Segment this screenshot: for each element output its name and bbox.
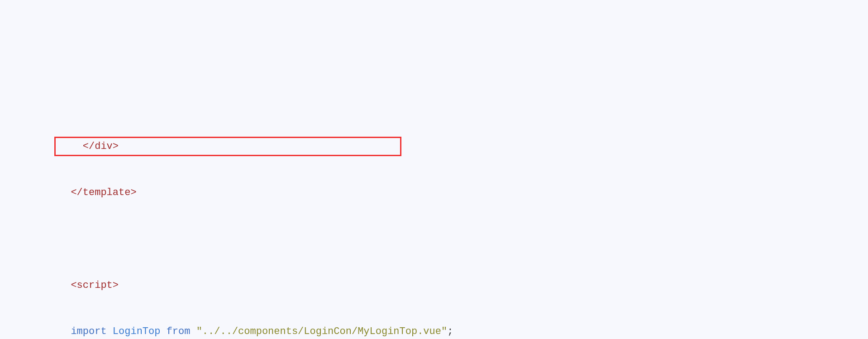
indent: [59, 326, 71, 337]
code-line: </template>: [59, 185, 868, 201]
import-keyword: import: [71, 326, 106, 337]
indent: [59, 141, 83, 152]
indent: [59, 187, 71, 198]
import-path-string: "../../components/LoginCon/MyLoginTop.vu…: [196, 326, 448, 337]
code-line-blank: [59, 231, 868, 247]
semicolon: ;: [447, 326, 453, 337]
code-line: <script>: [59, 278, 868, 293]
code-line: </div>: [59, 139, 868, 154]
from-keyword: from: [167, 326, 191, 337]
code-editor[interactable]: </div> </template> <script> import Login…: [0, 62, 868, 339]
closing-template-tag: </template>: [71, 187, 136, 198]
indent: [59, 280, 71, 291]
code-line-import: import LoginTop from "../../components/L…: [59, 324, 868, 339]
script-open-tag: <script>: [71, 280, 119, 291]
import-identifier: LoginTop: [113, 326, 161, 337]
closing-div-tag: </div>: [83, 141, 119, 152]
